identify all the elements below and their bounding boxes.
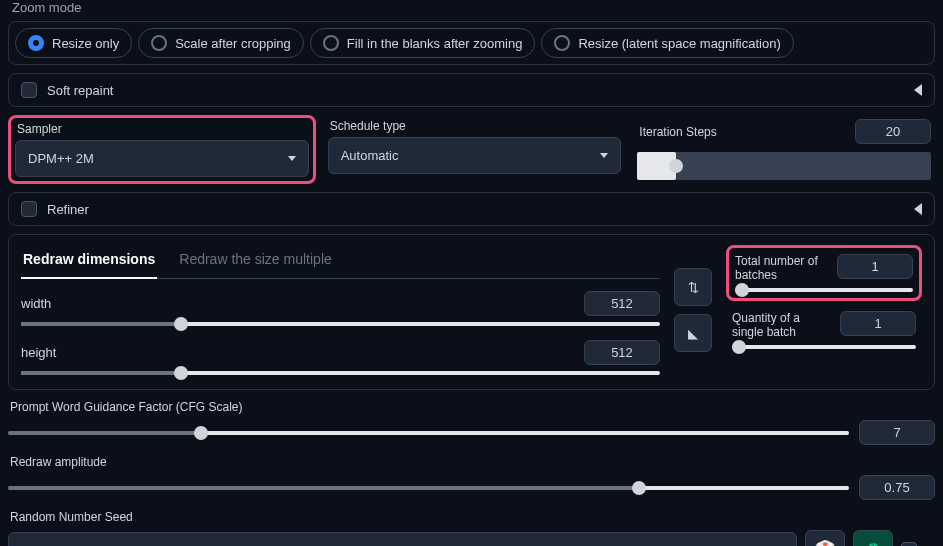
width-label: width: [21, 296, 51, 311]
swap-icon: ⇅: [688, 280, 699, 295]
chevron-down-icon: [600, 153, 608, 158]
cfg-scale-label: Prompt Word Guidance Factor (CFG Scale): [8, 400, 935, 414]
refiner-checkbox[interactable]: [21, 201, 37, 217]
cfg-scale-slider[interactable]: [8, 431, 849, 435]
redraw-amplitude-value[interactable]: 0.75: [859, 475, 935, 500]
sampler-value: DPM++ 2M: [28, 151, 94, 166]
total-batches-value[interactable]: 1: [837, 254, 913, 279]
refiner-section[interactable]: Refiner: [8, 192, 935, 226]
zoom-mode-label: Zoom mode: [8, 0, 935, 21]
tab-redraw-size-multiple[interactable]: Redraw the size multiple: [177, 245, 334, 278]
soft-repaint-section[interactable]: Soft repaint: [8, 73, 935, 107]
iteration-steps-value[interactable]: 20: [855, 119, 931, 144]
dimension-side-buttons: ⇅ ◣: [674, 245, 712, 375]
radio-label: Scale after cropping: [175, 36, 291, 51]
zoom-mode-option-scale-after-cropping[interactable]: Scale after cropping: [138, 28, 304, 58]
radio-label: Fill in the blanks after zooming: [347, 36, 523, 51]
seed-extra-checkbox[interactable]: [901, 542, 917, 546]
ruler-icon: ◣: [688, 326, 698, 341]
qty-single-batch-value[interactable]: 1: [840, 311, 916, 336]
dimensions-tabs: Redraw dimensions Redraw the size multip…: [21, 245, 660, 279]
sampler-field-highlight: Sampler DPM++ 2M: [8, 115, 316, 184]
tab-redraw-dimensions[interactable]: Redraw dimensions: [21, 245, 157, 279]
chevron-left-icon: [914, 203, 922, 215]
seed-input[interactable]: [8, 532, 797, 547]
width-value[interactable]: 512: [584, 291, 660, 316]
dice-icon: 🎲: [814, 539, 836, 546]
qty-single-batch-label: Quantity of a single batch: [732, 311, 832, 339]
schedule-type-dropdown[interactable]: Automatic: [328, 137, 622, 174]
height-slider[interactable]: [21, 371, 660, 375]
redraw-amplitude-slider[interactable]: [8, 486, 849, 490]
zoom-mode-option-latent-space[interactable]: Resize (latent space magnification): [541, 28, 793, 58]
soft-repaint-label: Soft repaint: [47, 83, 114, 98]
cfg-scale-value[interactable]: 7: [859, 420, 935, 445]
total-batches-highlight: Total number of batches 1: [726, 245, 922, 301]
sampler-label: Sampler: [15, 122, 309, 136]
random-seed-button[interactable]: 🎲: [805, 530, 845, 546]
qty-single-batch-slider[interactable]: [732, 345, 916, 349]
iteration-steps-slider[interactable]: [637, 152, 931, 180]
refiner-label: Refiner: [47, 202, 89, 217]
reuse-seed-button[interactable]: ♻: [853, 530, 893, 546]
radio-icon: [151, 35, 167, 51]
zoom-mode-option-fill-blanks[interactable]: Fill in the blanks after zooming: [310, 28, 536, 58]
recycle-icon: ♻: [865, 539, 881, 546]
height-value[interactable]: 512: [584, 340, 660, 365]
radio-icon: [28, 35, 44, 51]
total-batches-label: Total number of batches: [735, 254, 835, 282]
zoom-mode-radio-group: Resize only Scale after cropping Fill in…: [8, 21, 935, 65]
soft-repaint-checkbox[interactable]: [21, 82, 37, 98]
radio-icon: [323, 35, 339, 51]
total-batches-slider[interactable]: [735, 288, 913, 292]
sampler-dropdown[interactable]: DPM++ 2M: [15, 140, 309, 177]
radio-label: Resize (latent space magnification): [578, 36, 780, 51]
schedule-type-value: Automatic: [341, 148, 399, 163]
chevron-left-icon: [914, 84, 922, 96]
dimensions-panel: Redraw dimensions Redraw the size multip…: [8, 234, 935, 390]
zoom-mode-option-resize-only[interactable]: Resize only: [15, 28, 132, 58]
chevron-down-icon: [288, 156, 296, 161]
height-label: height: [21, 345, 56, 360]
redraw-amplitude-label: Redraw amplitude: [8, 455, 935, 469]
swap-dimensions-button[interactable]: ⇅: [674, 268, 712, 306]
iteration-steps-label: Iteration Steps: [637, 125, 716, 139]
radio-label: Resize only: [52, 36, 119, 51]
schedule-type-label: Schedule type: [328, 119, 622, 133]
radio-icon: [554, 35, 570, 51]
aspect-ratio-button[interactable]: ◣: [674, 314, 712, 352]
seed-label: Random Number Seed: [8, 510, 935, 524]
width-slider[interactable]: [21, 322, 660, 326]
